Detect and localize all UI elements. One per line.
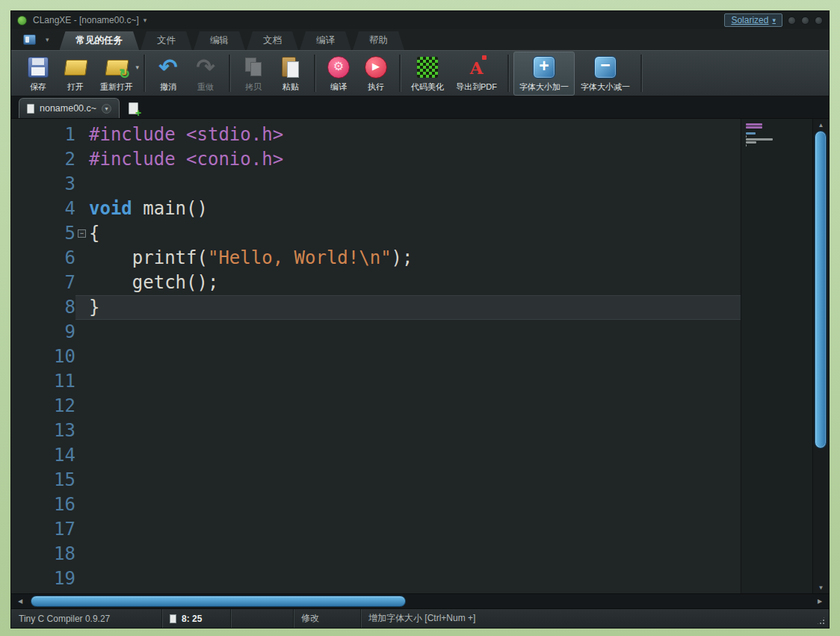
toolbar-button-save[interactable]: 保存 [19,52,57,96]
toolbar-button-pdf[interactable]: 导出到PDF [450,52,503,96]
reopen-icon [105,55,129,79]
editor-line-11[interactable]: 11 [11,369,741,394]
toolbar-button-font-plus[interactable]: 字体大小加一 [513,52,575,96]
editor-line-7[interactable]: 7 getch(); [11,271,741,295]
toolbar-button-beautify[interactable]: 代码美化 [405,52,450,96]
code-text [89,345,741,369]
editor-line-16[interactable]: 16 [11,493,741,517]
close-button[interactable] [815,16,823,25]
status-modified: 修改 [294,609,361,628]
code-text [89,493,741,517]
fold-gutter: − [75,221,89,246]
status-hint: 增加字体大小 [Ctrl+Num +] [361,609,829,628]
editor-line-5[interactable]: 5−{ [11,221,741,246]
toolbar-button-undo[interactable]: 撤消 [149,52,187,96]
toolbar-group: 撤消重做 [147,51,226,96]
editor-line-17[interactable]: 17 [11,517,741,542]
scroll-down-arrow-icon[interactable]: ▼ [813,581,829,593]
editor-line-13[interactable]: 13 [11,419,741,443]
ribbon-tab-help[interactable]: 帮助 [353,31,404,50]
fold-gutter [75,517,89,542]
fold-gutter [75,246,89,271]
editor-line-4[interactable]: 4void main() [11,197,741,221]
quick-access-caret-icon: ▾ [46,36,49,43]
toolbar-button-reopen[interactable]: 重新打开 [94,52,139,96]
editor-line-12[interactable]: 12 [11,394,741,419]
editor-line-10[interactable]: 10 [11,345,741,369]
paste-icon [279,55,303,79]
toolbar: 保存打开重新打开撤消重做拷贝粘贴编译执行代码美化导出到PDF字体大小加一字体大小… [11,50,829,96]
editor-line-6[interactable]: 6 printf("Hello, World!\n"); [11,246,741,271]
line-number: 16 [11,493,75,517]
line-number: 12 [11,394,75,419]
scroll-left-arrow-icon[interactable]: ◀ [11,594,29,608]
editor-line-15[interactable]: 15 [11,468,741,493]
fold-gutter [75,172,89,197]
toolbar-button-label: 执行 [368,81,384,93]
line-number: 19 [11,566,75,591]
editor-line-18[interactable]: 18 [11,542,741,566]
theme-selector-label: Solarized [731,15,768,25]
scroll-up-arrow-icon[interactable]: ▲ [813,119,829,131]
ribbon-tab-file[interactable]: 文件 [140,31,192,50]
editor-line-3[interactable]: 3 [11,172,741,197]
line-number: 11 [11,369,75,394]
toolbar-button-copy: 拷贝 [235,52,272,96]
editor-line-9[interactable]: 9 [11,320,741,345]
theme-caret-icon: ▾ [772,16,776,24]
editor-line-8[interactable]: 8} [11,295,741,320]
toolbar-button-label: 撤消 [160,81,176,93]
editor-line-1[interactable]: 1#include <stdio.h> [11,123,741,147]
editor-line-19[interactable]: 19 [11,566,741,591]
ribbon-tab-edit[interactable]: 编辑 [194,31,245,50]
horizontal-scrollbar[interactable]: ◀ ▶ [11,593,829,608]
editor-line-14[interactable]: 14 [11,443,741,468]
minimap-line [746,132,756,135]
new-document-button[interactable] [129,102,138,114]
theme-selector[interactable]: Solarized ▾ [724,13,782,27]
code-text: #include <stdio.h> [89,123,741,147]
scroll-right-arrow-icon[interactable]: ▶ [811,594,829,608]
code-text: #include <conio.h> [89,147,741,172]
line-number: 4 [11,197,75,221]
code-text [89,419,741,443]
toolbar-button-font-minus[interactable]: 字体大小减一 [575,52,636,96]
line-number: 2 [11,147,75,172]
editor-line-2[interactable]: 2#include <conio.h> [11,147,741,172]
fold-gutter [75,369,89,394]
code-text [89,517,741,542]
ribbon-tab-compile[interactable]: 编译 [300,31,351,50]
horizontal-scroll-track[interactable] [29,594,811,608]
horizontal-scroll-thumb[interactable] [31,596,406,607]
minimap-line [746,141,756,143]
fold-gutter [75,542,89,566]
code-text [89,443,741,468]
maximize-button[interactable] [801,16,809,25]
toolbar-button-label: 字体大小加一 [519,81,569,93]
quick-access-button[interactable]: ▾ [19,29,60,50]
toolbar-button-compile[interactable]: 编译 [320,52,357,96]
vertical-scrollbar[interactable]: ▲ ▼ [812,119,829,593]
fold-gutter [75,147,89,172]
tab-menu-button[interactable]: ▾ [102,104,111,114]
toolbar-button-run[interactable]: 执行 [357,52,395,96]
toolbar-button-label: 重做 [197,81,214,93]
code-editor[interactable]: 1#include <stdio.h>2#include <conio.h>34… [11,119,741,593]
toolbar-button-label: 打开 [67,81,84,93]
toolbar-separator [143,55,145,92]
compile-icon [327,55,350,79]
code-text: } [89,295,741,320]
minimize-button[interactable] [788,16,796,25]
code-text: getch(); [89,271,741,295]
document-tab[interactable]: noname00.c~ ▾ [19,98,120,118]
fold-marker-icon[interactable]: − [78,229,86,238]
toolbar-button-paste[interactable]: 粘贴 [272,52,309,96]
minimap[interactable] [741,119,812,593]
toolbar-button-open[interactable]: 打开 [57,52,94,96]
title-caret-icon[interactable]: ▾ [143,16,147,24]
ribbon-tab-common-tasks[interactable]: 常见的任务 [60,31,140,50]
undo-icon [156,55,180,79]
ribbon-tab-document[interactable]: 文档 [247,31,298,50]
minimap-line [746,135,747,138]
vertical-scroll-thumb[interactable] [815,131,827,448]
